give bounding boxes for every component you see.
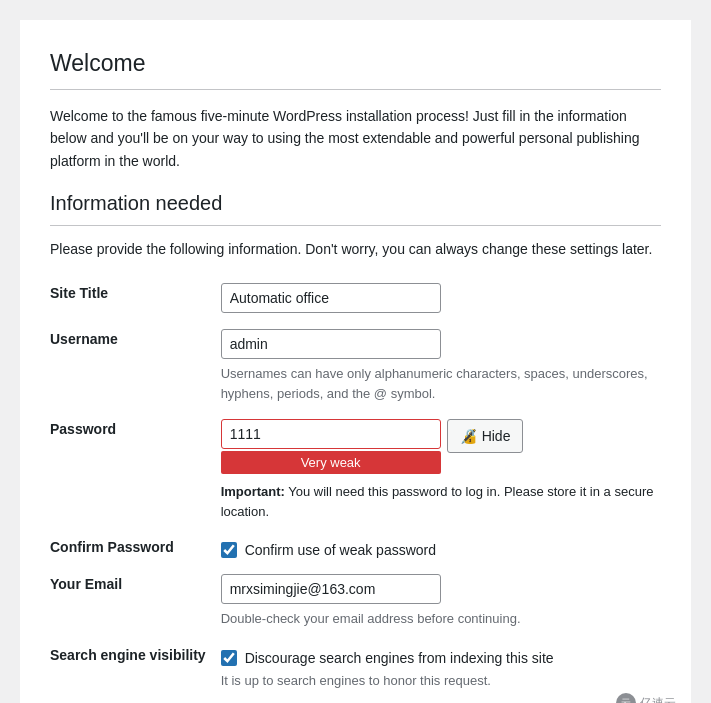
search-visibility-row: Search engine visibility Discourage sear… [50, 637, 661, 699]
confirm-password-cell: Confirm use of weak password [221, 529, 661, 566]
site-title-label: Site Title [50, 275, 221, 321]
username-hint: Usernames can have only alphanumeric cha… [221, 364, 661, 403]
password-label: Password [50, 411, 221, 529]
hide-button-label: Hide [482, 428, 511, 444]
search-visibility-checkbox-row: Discourage search engines from indexing … [221, 650, 661, 666]
site-title-row: Site Title [50, 275, 661, 321]
email-label: Your Email [50, 566, 221, 637]
watermark-icon: 云 [616, 693, 636, 703]
email-hint: Double-check your email address before c… [221, 609, 661, 629]
site-title-cell [221, 275, 661, 321]
password-important: Important: You will need this password t… [221, 482, 661, 521]
confirm-password-checkbox-row: Confirm use of weak password [221, 542, 661, 558]
page-title: Welcome [50, 50, 661, 77]
password-row: Password Very weak 🔏 Hide Important: [50, 411, 661, 529]
password-input[interactable] [221, 419, 441, 449]
search-visibility-hint: It is up to search engines to honor this… [221, 671, 661, 691]
confirm-password-row: Confirm Password Confirm use of weak pas… [50, 529, 661, 566]
discourage-search-label[interactable]: Discourage search engines from indexing … [245, 650, 554, 666]
section-desc: Please provide the following information… [50, 241, 661, 257]
section-title: Information needed [50, 192, 661, 215]
password-cell: Very weak 🔏 Hide Important: You will nee… [221, 411, 661, 529]
confirm-weak-label[interactable]: Confirm use of weak password [245, 542, 436, 558]
divider-2 [50, 225, 661, 226]
search-visibility-cell: Discourage search engines from indexing … [221, 637, 661, 699]
divider-1 [50, 89, 661, 90]
confirm-password-label: Confirm Password [50, 529, 221, 566]
hide-password-button[interactable]: 🔏 Hide [447, 419, 524, 453]
important-text-content: You will need this password to log in. P… [221, 484, 654, 519]
username-input[interactable] [221, 329, 441, 359]
email-input[interactable] [221, 574, 441, 604]
password-strength: Very weak [221, 451, 441, 474]
important-bold: Important: [221, 484, 285, 499]
password-wrapper: Very weak [221, 419, 441, 474]
password-input-row: Very weak 🔏 Hide [221, 419, 661, 474]
search-visibility-label: Search engine visibility [50, 637, 221, 699]
site-title-input[interactable] [221, 283, 441, 313]
discourage-search-checkbox[interactable] [221, 650, 237, 666]
watermark-text: 亿速云 [640, 695, 676, 703]
main-container: Welcome Welcome to the famous five-minut… [20, 20, 691, 703]
watermark: 云 亿速云 [616, 693, 676, 703]
intro-text: Welcome to the famous five-minute WordPr… [50, 105, 661, 172]
username-label: Username [50, 321, 221, 411]
username-row: Username Usernames can have only alphanu… [50, 321, 661, 411]
email-row: Your Email Double-check your email addre… [50, 566, 661, 637]
eye-slash-icon: 🔏 [460, 428, 477, 444]
form-table: Site Title Username Usernames can have o… [50, 275, 661, 698]
email-cell: Double-check your email address before c… [221, 566, 661, 637]
username-cell: Usernames can have only alphanumeric cha… [221, 321, 661, 411]
confirm-weak-checkbox[interactable] [221, 542, 237, 558]
